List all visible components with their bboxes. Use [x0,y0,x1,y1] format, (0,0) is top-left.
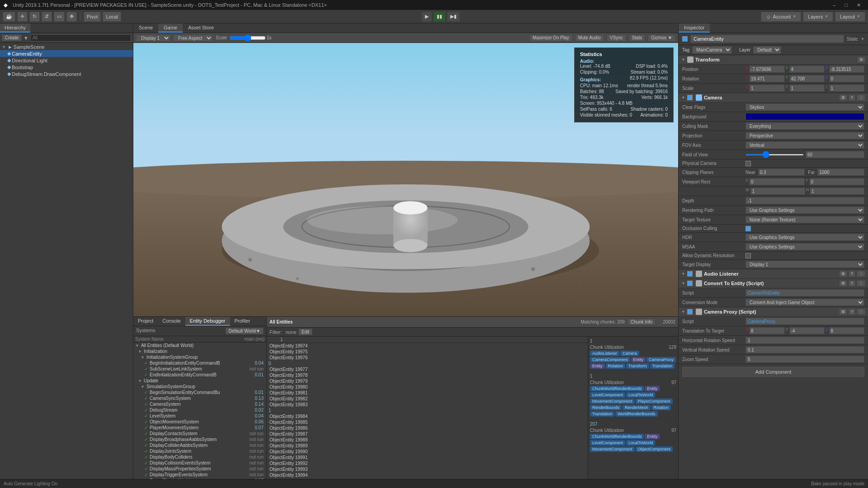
camera-header[interactable]: ▼ Camera ⚙ ? ⋮ [679,93,868,103]
tag-cameraproxy[interactable]: CameraProxy [646,357,676,362]
tag-rendermesh1[interactable]: RenderMesh [623,405,651,410]
list-item[interactable]: ✓ PlayerMovementSystem 0.07 [133,425,266,431]
far-input[interactable] [817,169,864,176]
tag-playercomp[interactable]: PlayerComponent [636,399,673,404]
edit-filter-button[interactable]: Edit [298,328,312,335]
transform-tool-button[interactable]: ✥ [66,12,77,22]
list-item[interactable]: ObjectEntity 19992 [267,460,588,466]
layout-button[interactable]: Layout ▼ [835,12,865,22]
v-rotation-input[interactable] [745,346,864,353]
list-item[interactable]: ObjectEntity 19985 [267,419,588,425]
tag-worldrb1[interactable]: WorldRenderBounds [615,411,657,417]
list-item[interactable]: ▼ InitializationSystemGroup [133,354,266,360]
list-item[interactable]: ObjectEntity 19993 [267,466,588,472]
msaa-select[interactable]: Use Graphics Settings [745,243,864,250]
clear-flags-select[interactable]: Skybox [745,103,864,111]
convert-remove-button[interactable]: ⋮ [857,280,865,286]
rendering-path-select[interactable]: Use Graphics Settings [745,206,864,214]
list-item[interactable]: ✓ CameraSystem 0.14 [133,401,266,407]
trans-x-input[interactable] [749,327,784,334]
default-world-button[interactable]: Default World▼ [226,328,264,334]
audio-settings-button[interactable]: ⚙ [839,271,847,277]
list-item[interactable]: ▼ Update [133,378,266,384]
audio-remove-button[interactable]: ⋮ [857,271,865,277]
chunk-info-button[interactable]: Chunk Info [627,319,656,325]
physical-camera-checkbox[interactable] [745,161,751,166]
hierarchy-tab[interactable]: Hierarchy [0,23,30,33]
transform-settings-button[interactable]: ⚙ [857,56,865,63]
console-tab[interactable]: Console [158,317,185,326]
account-button[interactable]: ☺ Account ▼ [761,12,801,22]
list-item[interactable]: ObjectEntity 19994 [267,472,588,478]
add-component-button[interactable]: Add Component [682,367,864,377]
audio-listener-header[interactable]: ▼ Audio Listener ⚙ ? ⋮ [679,269,868,279]
list-item[interactable]: ObjectEntity 19990 [267,449,588,455]
hdr-select[interactable]: Use Graphics Settings [745,234,864,241]
tag-levelcomp2[interactable]: LevelComponent [590,440,625,446]
list-item[interactable]: ObjectEntity 19982 [267,396,588,402]
scale-y-input[interactable] [789,84,825,92]
list-item[interactable]: ✓ DisplayTriggerEventsSystem not run [133,472,266,478]
target-display-select[interactable]: Display 1 [745,261,864,268]
list-item[interactable]: ObjectEntity 19989 [267,443,588,449]
projection-select[interactable]: Perspective [745,132,864,139]
list-item[interactable]: ObjectEntity 19995 [267,478,588,479]
list-item[interactable]: ObjectEntity 19974 [267,343,588,349]
rect-tool-button[interactable]: ▭ [54,12,65,22]
list-item[interactable]: ✓ CameraSyncSystem 0.13 [133,395,266,401]
tag-entity4[interactable]: Entity [645,434,660,439]
fov-slider[interactable] [745,154,804,155]
tag-translation1[interactable]: Translation [650,363,675,369]
dynamic-res-checkbox[interactable] [745,253,751,258]
maximize-button[interactable]: □ [841,2,851,8]
list-item[interactable]: ✓ LevelSystem 0.04 [133,413,266,419]
camera-settings-button[interactable]: ⚙ [839,94,847,101]
camera-proxy-header[interactable]: ▼ Camera Proxy (Script) ⚙ ? ⋮ [679,307,868,317]
scale-z-input[interactable] [829,84,864,92]
display-select[interactable]: Display 1 [136,34,170,42]
tag-select[interactable]: MainCamera [692,46,732,54]
list-item[interactable]: ✓ EndInitializationEntityCommandB 0.01 [133,372,266,378]
convert-script-input[interactable] [745,289,864,296]
list-item[interactable]: ObjectEntity 19984 [267,413,588,419]
list-item[interactable]: ✓ ObjectMovementSystem 0.06 [133,419,266,425]
list-item[interactable]: ▼ Initialization [133,348,266,354]
list-item[interactable]: ✓ DisplayCollisionEventsSystem not run [133,460,266,466]
tag-entity1[interactable]: Entity [631,357,646,362]
pos-z-input[interactable] [829,66,864,73]
list-item[interactable]: ObjectEntity 19976 [267,355,588,361]
list-item[interactable]: ObjectEntity 19988 [267,437,588,443]
rot-z-input[interactable] [829,75,864,82]
tag-movecomp2[interactable]: MovementComponent [590,446,635,452]
gizmos-button[interactable]: Gizmos ▼ [648,34,675,42]
conversion-mode-select[interactable]: Convert And Inject Game Object [745,299,864,306]
project-tab[interactable]: Project [133,317,158,326]
camera-remove-button[interactable]: ⋮ [857,94,865,101]
h-rotation-input[interactable] [745,337,864,344]
list-item[interactable]: ObjectEntity 19978 [267,372,588,378]
scale-x-input[interactable] [749,84,784,92]
rot-x-input[interactable] [749,75,784,82]
rotate-tool-button[interactable]: ↻ [29,12,40,22]
close-button[interactable]: ✕ [853,2,864,8]
tag-audiolistener[interactable]: AudioListener [590,351,619,356]
tag-entity3[interactable]: Entity [645,386,660,391]
object-name-input[interactable] [690,35,844,43]
tag-entity2[interactable]: Entity [590,363,605,369]
culling-mask-select[interactable]: Everything [745,122,864,130]
hierarchy-create-button[interactable]: Create [2,34,22,41]
pause-button[interactable]: ▮▮ [434,12,445,22]
proxy-settings-button[interactable]: ⚙ [839,309,847,315]
layer-select[interactable]: Default [753,46,781,54]
tag-objcomp[interactable]: ObjectComponent [636,446,673,452]
vp-w-input[interactable] [750,188,805,195]
maximize-on-play-button[interactable]: Maximize On Play [529,34,572,42]
tag-cameracomponent[interactable]: CameraComponent [590,357,630,362]
background-color-swatch[interactable] [745,113,864,120]
list-item[interactable]: ✓ BeginInitializationEntityCommandB 0.04 [133,360,266,366]
tag-camera[interactable]: Camera [620,351,639,356]
step-button[interactable]: ▶▮ [447,12,460,22]
list-item[interactable]: ✓ DisplayBodyColliders not run [133,454,266,460]
audio-help-button[interactable]: ? [849,271,855,277]
audio-enable-checkbox[interactable] [687,271,693,277]
